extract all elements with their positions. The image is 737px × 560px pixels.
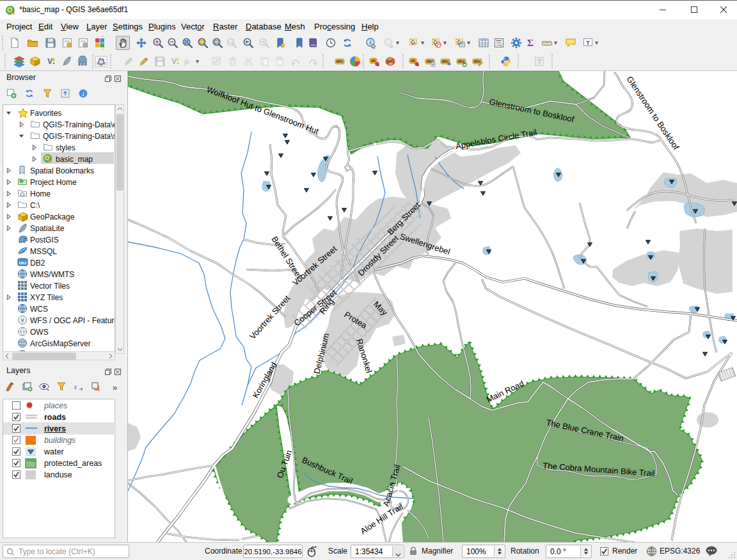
svg-text:T: T — [586, 40, 590, 46]
svg-text:Σ: Σ — [527, 38, 534, 48]
svg-text:ab: ab — [411, 58, 416, 63]
svg-text:V: V — [171, 57, 177, 66]
svg-text:abc: abc — [473, 59, 481, 63]
svg-text:1:1: 1:1 — [228, 40, 234, 44]
svg-text:V: V — [47, 57, 52, 66]
svg-text:DB2: DB2 — [19, 261, 27, 265]
svg-text:?: ? — [537, 58, 541, 65]
svg-text:V: V — [21, 318, 24, 323]
svg-text:ab: ab — [371, 58, 376, 63]
svg-text:abc: abc — [441, 59, 449, 63]
svg-text:fx: fx — [184, 58, 189, 65]
svg-text:ε: ε — [74, 383, 77, 390]
svg-text:abc: abc — [336, 59, 344, 63]
